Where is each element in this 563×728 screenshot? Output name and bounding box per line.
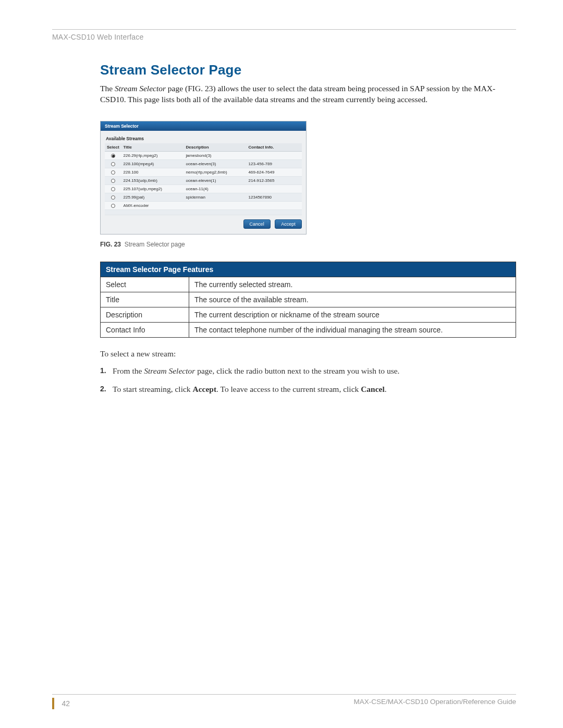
col-description: Description xyxy=(184,143,247,152)
cell-desc: jamesbond(3) xyxy=(184,151,247,159)
intro-em: Stream Selector xyxy=(115,84,166,93)
feature-name: Select xyxy=(101,277,189,292)
table-row: 228.100(mpeg4) ocean-eleven(3) 123-456-7… xyxy=(105,159,302,168)
cell-desc: spiderman xyxy=(184,193,247,201)
col-title: Title xyxy=(121,143,184,152)
step-em: Stream Selector xyxy=(144,366,195,375)
step-bold: Accept xyxy=(192,385,216,393)
stream-radio[interactable] xyxy=(105,168,121,176)
stream-radio[interactable] xyxy=(105,184,121,193)
radio-icon xyxy=(111,187,115,191)
cell-desc: ocean-eleven(1) xyxy=(184,176,247,184)
screenshot-buttons: Cancel Accept xyxy=(105,215,302,229)
stream-radio[interactable] xyxy=(105,151,121,159)
col-select: Select xyxy=(105,143,121,152)
step-mid: . To leave access to the current stream,… xyxy=(216,385,361,393)
radio-icon xyxy=(111,154,115,158)
radio-icon xyxy=(111,204,115,208)
cell-title: 224.153(udp,6mb) xyxy=(121,176,184,184)
table-row: Description The current description or n… xyxy=(101,307,516,322)
cell-contact: 469-624-7649 xyxy=(247,168,302,176)
figure-number: FIG. 23 xyxy=(100,241,121,248)
features-table: Stream Selector Page Features Select The… xyxy=(100,262,516,338)
streams-table: Select Title Description Contact Info. 2… xyxy=(105,143,302,215)
cell-title: AMX-encoder xyxy=(121,201,184,209)
table-row: 226.29(rtp,mpeg2) jamesbond(3) xyxy=(105,151,302,159)
cell-title: 228.100 xyxy=(121,168,184,176)
feature-name: Title xyxy=(101,292,189,307)
cell-desc: ocean-11(4) xyxy=(184,184,247,193)
cell-title: 225.107(udp,mpeg2) xyxy=(121,184,184,193)
cell-contact xyxy=(247,201,302,209)
table-row: AMX-encoder xyxy=(105,201,302,209)
step-item: 2. To start streaming, click Accept. To … xyxy=(100,384,516,395)
page-title: Stream Selector Page xyxy=(100,62,516,78)
table-row: 224.153(udp,6mb) ocean-eleven(1) 214-912… xyxy=(105,176,302,184)
table-row xyxy=(105,209,302,215)
footer-side-mark xyxy=(52,698,54,709)
footer-rule xyxy=(52,694,516,695)
cell-title: 228.100(mpeg4) xyxy=(121,159,184,168)
feature-desc: The current description or nickname of t… xyxy=(189,307,516,322)
radio-icon xyxy=(111,179,115,183)
feature-desc: The currently selected stream. xyxy=(189,277,516,292)
cancel-button[interactable]: Cancel xyxy=(243,219,271,229)
screenshot-subheading: Available Streams xyxy=(105,134,302,143)
feature-name: Description xyxy=(101,307,189,322)
intro-paragraph: The Stream Selector page (FIG. 23) allow… xyxy=(100,83,516,105)
table-row: 225.107(udp,mpeg2) ocean-11(4) xyxy=(105,184,302,193)
stream-radio[interactable] xyxy=(105,176,121,184)
step-pre: To start streaming, click xyxy=(113,385,192,393)
table-row: Select The currently selected stream. xyxy=(101,277,516,292)
screenshot-body: Available Streams Select Title Descripti… xyxy=(101,131,306,234)
col-contact: Contact Info. xyxy=(247,143,302,152)
feature-name: Contact Info xyxy=(101,322,189,337)
step-number: 2. xyxy=(100,384,106,394)
features-heading: Stream Selector Page Features xyxy=(101,262,516,277)
stream-radio[interactable] xyxy=(105,193,121,201)
step-bold: Cancel xyxy=(361,385,385,393)
step-item: 1. From the Stream Selector page, click … xyxy=(100,366,516,377)
page-number: 42 xyxy=(62,699,70,708)
table-row: Contact Info The contact telephone numbe… xyxy=(101,322,516,337)
screenshot-titlebar: Stream Selector xyxy=(101,121,306,131)
cell-title: 225.99(pal) xyxy=(121,193,184,201)
radio-icon xyxy=(111,162,115,166)
steps-list: 1. From the Stream Selector page, click … xyxy=(100,366,516,395)
footer-guide: MAX-CSE/MAX-CSD10 Operation/Reference Gu… xyxy=(354,698,516,706)
cell-contact xyxy=(247,151,302,159)
screenshot-panel: Stream Selector Available Streams Select… xyxy=(100,121,307,235)
page-footer: 42 MAX-CSE/MAX-CSD10 Operation/Reference… xyxy=(52,694,516,709)
stream-radio[interactable] xyxy=(105,159,121,168)
document-page: MAX-CSD10 Web Interface Stream Selector … xyxy=(0,0,563,728)
cell-contact xyxy=(247,184,302,193)
radio-icon xyxy=(111,170,115,175)
figure-text: Stream Selector page xyxy=(125,241,185,248)
step-post: . xyxy=(385,385,387,393)
cell-contact: 123-456-789 xyxy=(247,159,302,168)
stream-radio[interactable] xyxy=(105,201,121,209)
cell-desc: ocean-eleven(3) xyxy=(184,159,247,168)
cell-contact: 214-912-3565 xyxy=(247,176,302,184)
content-area: Stream Selector Page The Stream Selector… xyxy=(52,62,516,395)
lead-text: To select a new stream: xyxy=(100,349,516,359)
cell-desc xyxy=(184,201,247,209)
cell-desc: nemo(rtp,mpeg2,6mb) xyxy=(184,168,247,176)
intro-pre: The xyxy=(100,84,115,93)
table-row: Title The source of the available stream… xyxy=(101,292,516,307)
step-pre: From the xyxy=(113,366,144,375)
section-header: MAX-CSD10 Web Interface xyxy=(52,33,516,41)
table-row: 228.100 nemo(rtp,mpeg2,6mb) 469-624-7649 xyxy=(105,168,302,176)
feature-desc: The source of the available stream. xyxy=(189,292,516,307)
cell-title: 226.29(rtp,mpeg2) xyxy=(121,151,184,159)
feature-desc: The contact telephone number of the indi… xyxy=(189,322,516,337)
radio-icon xyxy=(111,195,115,200)
table-row: 225.99(pal) spiderman 1234567890 xyxy=(105,193,302,201)
accept-button[interactable]: Accept xyxy=(275,219,302,229)
step-number: 1. xyxy=(100,366,106,376)
top-rule xyxy=(52,29,516,30)
step-post: page, click the radio button next to the… xyxy=(195,366,399,375)
cell-contact: 1234567890 xyxy=(247,193,302,201)
figure-caption: FIG. 23 Stream Selector page xyxy=(100,241,516,248)
